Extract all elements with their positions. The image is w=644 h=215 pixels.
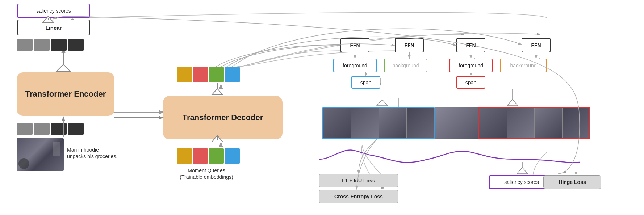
video-strip-middle [435,107,478,139]
input-video-thumbnail [17,138,64,171]
background-box-1: background [384,59,427,72]
foreground-box-1: foreground [333,59,377,72]
moment-query-color-blocks [177,148,240,164]
ffn-box-1: FFN [340,38,369,52]
cross-entropy-loss-label: Cross-Entropy Loss [334,194,383,199]
ffn-box-2: FFN [395,38,424,52]
background-box-2: background [500,59,547,72]
foreground-label-1: foreground [343,63,367,68]
linear-label: Linear [45,25,62,31]
video-frame-1 [323,108,351,138]
background-label-1: background [392,63,419,68]
span-box-1: span [351,76,380,89]
l1-iou-loss-box: L1 + IoU Loss [319,174,398,187]
saliency-scores-bottom-label: saliency scores [504,179,539,185]
foreground-label-2: foreground [459,63,483,68]
color-block-green-top [209,67,224,82]
moment-queries-label: Moment Queries(Trainable embeddings) [167,167,246,180]
hinge-loss-box: Hinge Loss [543,175,601,189]
span-label-2: span [465,80,476,85]
linear-box: Linear [17,20,90,35]
transformer-decoder-label: Transformer Decoder [183,113,263,122]
svg-marker-13 [56,64,71,72]
color-block-yellow-top [177,67,192,82]
saliency-wave [319,141,580,170]
video-frame-4 [407,108,434,138]
gray-block-5 [17,123,33,135]
span-box-2: span [456,76,485,89]
svg-marker-28 [377,100,388,106]
svg-marker-18 [212,89,223,95]
ffn-box-3: FFN [456,38,485,52]
decoder-output-color-blocks [177,67,240,82]
video-frame-7 [535,108,563,138]
encoder-output-blocks [17,39,84,51]
l1-iou-loss-label: L1 + IoU Loss [342,178,375,184]
video-frame-5 [479,108,507,138]
ffn-label-3: FFN [466,42,476,48]
saliency-scores-top-label: saliency scores [36,8,71,14]
gray-block-6 [34,123,50,135]
video-strip-red [478,107,590,139]
background-label-2: background [510,63,536,68]
ffn-label-2: FFN [404,42,414,48]
color-block-green-bottom [209,148,224,164]
video-strip-mid-bg [435,107,478,139]
color-block-red-top [193,67,208,82]
saliency-scores-top-box: saliency scores [17,4,90,18]
color-block-yellow-bottom [177,148,192,164]
video-frame-3 [379,108,407,138]
transformer-encoder-label: Transformer Encoder [25,89,106,99]
gray-block-4 [68,39,84,51]
color-block-blue-top [225,67,240,82]
video-frame-6 [507,108,535,138]
caption-label: Man in hoodieunpacks his groceries. [67,147,117,159]
color-block-red-bottom [193,148,208,164]
ffn-label-4: FFN [531,42,541,48]
gray-block-3 [51,39,67,51]
video-frame-2 [351,108,379,138]
gray-block-1 [17,39,33,51]
foreground-box-2: foreground [449,59,493,72]
caption-text: Man in hoodieunpacks his groceries. [67,147,125,160]
transformer-decoder-box: Transformer Decoder [163,96,283,139]
transformer-encoder-box: Transformer Encoder [17,72,114,116]
cross-entropy-loss-box: Cross-Entropy Loss [319,190,398,203]
gray-block-7 [51,123,67,135]
color-block-blue-bottom [225,148,240,164]
gray-block-8 [68,123,84,135]
ffn-label-1: FFN [350,42,360,48]
video-strip-blue [322,107,435,139]
encoder-input-blocks [17,123,84,135]
hinge-loss-label: Hinge Loss [559,179,586,185]
span-label-1: span [360,80,371,85]
video-frame-8 [563,108,590,138]
gray-block-2 [34,39,50,51]
svg-marker-30 [507,100,518,106]
ffn-box-4: FFN [522,38,551,52]
